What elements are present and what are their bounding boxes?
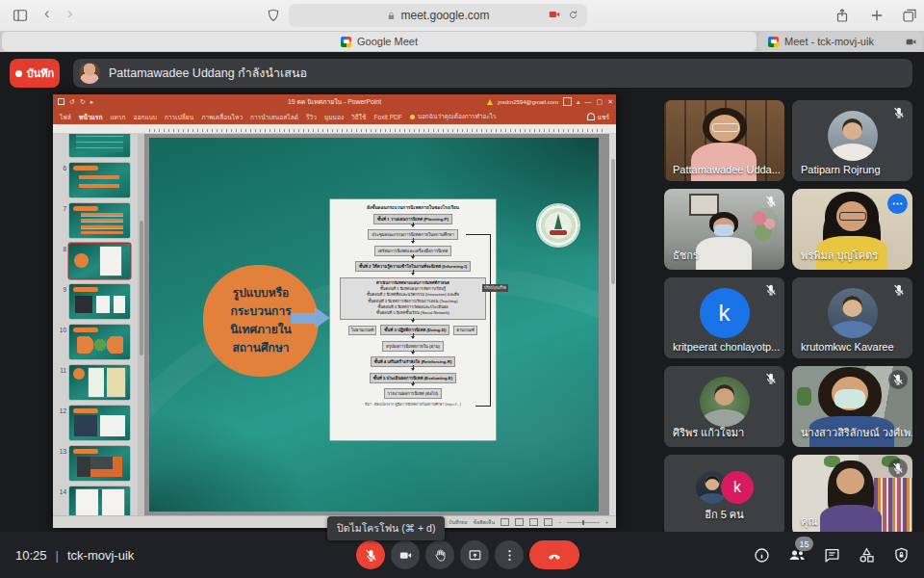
recording-indicator[interactable]: บันทึก <box>10 59 60 88</box>
activities-icon[interactable] <box>858 546 876 565</box>
zoom-out-icon[interactable]: − <box>558 519 561 525</box>
thumbnail-image[interactable] <box>69 244 130 278</box>
tile-options-button[interactable] <box>887 194 908 214</box>
normal-view-icon[interactable] <box>500 518 509 526</box>
thumbnail-image[interactable] <box>69 325 130 359</box>
present-button[interactable] <box>460 540 489 569</box>
camera-toggle-button[interactable] <box>391 540 420 569</box>
thumbnail-image[interactable] <box>69 163 130 197</box>
participant-tile-active-speaker[interactable]: พรพิมล บุญโคตร <box>792 189 912 270</box>
ribbon-tab-help[interactable]: วิธีใช้ <box>351 112 366 122</box>
ribbon-tab-slideshow[interactable]: การนำเสนอสไลด์ <box>250 112 298 122</box>
back-button[interactable]: ‹ <box>44 5 49 22</box>
slide-thumbnail[interactable]: 12 <box>58 406 138 440</box>
ribbon-tab-foxit[interactable]: Foxit PDF <box>374 114 402 120</box>
thumbnail-scrollbar[interactable] <box>138 134 144 516</box>
tell-me-box[interactable]: บอกฉันว่าคุณต้องการทำอะไร <box>410 112 497 121</box>
participants-button[interactable]: 15 <box>787 545 807 565</box>
leave-call-button[interactable] <box>529 540 579 569</box>
restore-button[interactable]: ▢ <box>597 98 603 106</box>
thumbnail-image[interactable] <box>69 134 130 157</box>
ribbon-tab-review[interactable]: รีวิว <box>306 112 317 122</box>
participant-tile[interactable]: นางสาวสิริลักษณ์ วงศ์เพ... <box>792 366 912 447</box>
ribbon-tab-transitions[interactable]: การเปลี่ยน <box>165 112 193 122</box>
slide-thumbnail[interactable]: 14 <box>58 486 138 516</box>
participant-name: kritpeerat chonlayotp... <box>673 341 780 353</box>
participant-tile[interactable]: ธัชกร <box>664 189 784 270</box>
ribbon-tab-file[interactable]: ไฟล์ <box>60 112 71 122</box>
thumbnail-image[interactable] <box>69 486 130 516</box>
thumbnail-image[interactable] <box>69 284 130 319</box>
save-icon[interactable] <box>58 98 64 105</box>
slideshow-icon[interactable]: ▸ <box>90 98 94 106</box>
zoom-slider[interactable] <box>567 522 600 523</box>
slidesorter-view-icon[interactable] <box>515 518 524 526</box>
participant-avatar <box>700 377 750 427</box>
share-icon[interactable] <box>834 7 851 24</box>
slide-thumbnail[interactable]: 11 <box>58 365 138 400</box>
comments-button[interactable]: ข้อคิดเห็น <box>474 518 495 526</box>
raise-hand-button[interactable] <box>425 540 454 569</box>
tab-overview-icon[interactable] <box>901 7 918 24</box>
participant-tile[interactable]: Pattamawadee Udda... <box>664 100 784 181</box>
mic-off-icon <box>892 283 906 297</box>
thumbnail-image[interactable] <box>69 406 130 440</box>
ribbon-tab-design[interactable]: ออกแบบ <box>134 112 158 122</box>
ppt-quick-access-toolbar[interactable]: ↺↻▸ <box>58 98 93 106</box>
participant-tile[interactable]: krutomkwc Kavaree <box>792 277 912 358</box>
ribbon-tab-home[interactable]: หน้าแรก <box>79 112 102 122</box>
host-controls-icon[interactable] <box>892 546 911 565</box>
tab-meet-meeting[interactable]: Meet - tck-movj-uik <box>758 32 922 51</box>
slide-thumbnail-selected[interactable]: 8 <box>58 244 138 278</box>
chat-icon[interactable] <box>823 546 841 565</box>
sidebar-icon[interactable] <box>12 7 29 24</box>
thumbnail-image[interactable] <box>69 203 130 238</box>
thumbnail-image[interactable] <box>69 365 130 400</box>
address-bar[interactable]: meet.google.com <box>289 4 587 27</box>
close-button[interactable]: ✕ <box>607 98 613 106</box>
mic-toggle-button[interactable] <box>356 540 385 569</box>
privacy-shield-icon[interactable] <box>266 8 281 23</box>
more-options-button[interactable] <box>495 540 524 569</box>
undo-icon[interactable]: ↺ <box>69 98 75 106</box>
participant-name: Pattamawadee Udda... <box>673 164 781 175</box>
reading-view-icon[interactable] <box>529 518 538 526</box>
account-email[interactable]: jnsdm2594@gmail.com <box>498 99 558 105</box>
present-icon <box>468 548 482 563</box>
ribbon-display-button[interactable]: ▴ <box>577 98 580 106</box>
reload-icon[interactable] <box>567 9 579 21</box>
ribbon-tab-insert[interactable]: แทรก <box>110 112 125 122</box>
ribbon-tab-view[interactable]: มุมมอง <box>324 112 344 122</box>
tab-google-meet[interactable]: Google Meet <box>2 32 757 51</box>
slide-thumbnail[interactable]: 13 <box>58 446 138 481</box>
slide-thumbnail[interactable]: 7 <box>58 203 138 238</box>
ribbon-tab-animations[interactable]: ภาพเคลื่อนไหว <box>201 112 243 122</box>
participant-tile[interactable]: ศิริพร แก้วใจมา <box>664 366 784 447</box>
slide-thumbnail[interactable]: 6 <box>58 163 138 197</box>
ppt-share-button[interactable]: แชร์ <box>587 112 609 122</box>
new-tab-icon[interactable] <box>868 7 886 24</box>
minimize-button[interactable]: — <box>585 98 592 105</box>
meet-favicon <box>768 37 779 47</box>
self-view-tile[interactable]: คุณ <box>792 455 912 536</box>
meeting-details-icon[interactable] <box>753 546 771 565</box>
slide-thumbnail[interactable]: 10 <box>58 325 138 359</box>
participant-name: ศิริพร แก้วใจมา <box>673 424 744 441</box>
participant-tile[interactable]: k kritpeerat chonlayotp... <box>664 277 784 358</box>
mic-off-icon <box>888 370 908 389</box>
camera-icon <box>398 548 413 563</box>
slideshow-view-icon[interactable] <box>544 518 552 526</box>
participant-tile[interactable]: Patiparn Rojrung <box>792 100 912 181</box>
slide-thumbnail-panel[interactable]: 5 6 7 8 9 10 11 12 13 14 <box>53 134 138 516</box>
thumbnail-image[interactable] <box>69 446 130 481</box>
account-avatar[interactable] <box>563 97 572 106</box>
overflow-participants-tile[interactable]: k อีก 5 คน <box>664 455 784 536</box>
redo-icon[interactable]: ↻ <box>80 98 86 106</box>
person-icon <box>587 113 595 120</box>
slide-thumbnail[interactable]: 9 <box>58 284 138 319</box>
slide-scrollbar[interactable] <box>609 134 616 516</box>
notes-button[interactable]: บันทึกย่อ <box>449 518 468 526</box>
forward-button[interactable]: › <box>67 5 72 22</box>
slide-thumbnail[interactable]: 5 <box>58 134 138 157</box>
zoom-in-icon[interactable]: + <box>605 519 608 525</box>
